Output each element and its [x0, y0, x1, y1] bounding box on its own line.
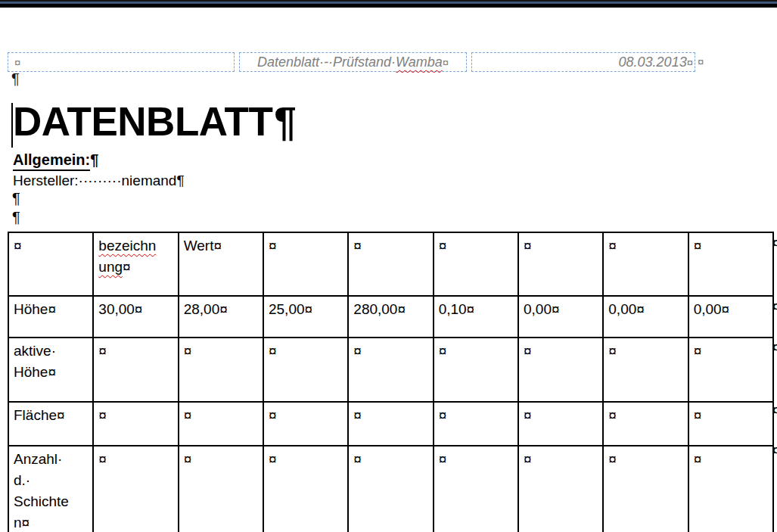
table-cell-header-row-2[interactable]: Wert¤: [179, 232, 263, 296]
table-cell-aktive-hoehe-row-1[interactable]: ¤: [93, 338, 178, 402]
table-cell-anzahl-schichten-row-3[interactable]: ¤: [263, 446, 348, 532]
table-cell-anzahl-schichten-row-5[interactable]: ¤: [434, 446, 518, 532]
table-cell-anzahl-schichten-row-7[interactable]: ¤: [603, 446, 688, 532]
paragraph-mark: ¶: [90, 151, 98, 168]
header-cell-title[interactable]: Datenblatt·-·Prüfstand·Wamba¤: [239, 52, 467, 72]
table-cell-hoehe-row-2[interactable]: 28,00¤: [179, 296, 263, 338]
cell-text-line: ¤: [269, 235, 344, 257]
paragraph-mark: ¶: [274, 99, 296, 144]
table-cell-hoehe-row-1[interactable]: 30,00¤: [93, 296, 178, 338]
table-cell-anzahl-schichten-row-0[interactable]: Anzahl·d.·Schichten¤: [8, 446, 93, 532]
cell-text-line: Wert¤: [184, 235, 260, 257]
cell-text-line: 0,00¤: [608, 299, 684, 320]
table-cell-flaeche-row-8[interactable]: ¤: [688, 402, 773, 446]
table-cell-header-row-4[interactable]: ¤: [348, 232, 433, 296]
cell-end-marker: ¤: [443, 56, 449, 69]
table-cell-aktive-hoehe-row-4[interactable]: ¤: [348, 338, 433, 402]
cell-text-line: n¤: [14, 512, 89, 532]
header-cell-left[interactable]: ¤: [8, 52, 235, 72]
table-cell-header-row-5[interactable]: ¤: [434, 232, 518, 296]
header-misspelled-word: Wamba: [396, 54, 443, 70]
section-heading[interactable]: Allgemein:¶: [13, 151, 98, 171]
cell-text-line: ¤: [608, 235, 684, 257]
space-marks: ·········: [79, 173, 122, 188]
table-cell-flaeche-row-3[interactable]: ¤: [263, 402, 348, 446]
header-row-end-marker: ¤: [698, 55, 704, 68]
table-cell-flaeche-row-2[interactable]: ¤: [179, 402, 263, 446]
section-heading-text: Allgemein:: [13, 151, 90, 171]
table-cell-anzahl-schichten-row-6[interactable]: ¤: [518, 446, 603, 532]
empty-paragraph[interactable]: ¶: [12, 209, 20, 226]
table-cell-flaeche-row-1[interactable]: ¤: [93, 402, 178, 446]
table-cell-hoehe-row-5[interactable]: 0,10¤: [434, 296, 518, 338]
table-cell-header-row-3[interactable]: ¤: [263, 232, 348, 296]
cell-text-line: ¤: [439, 449, 514, 470]
table-cell-hoehe-row-0[interactable]: Höhe¤: [8, 296, 93, 338]
cell-text-line: ¤: [269, 405, 344, 426]
cell-text-line: ¤: [98, 405, 174, 426]
table-cell-header-row-1[interactable]: bezeichnung¤: [93, 232, 178, 296]
table-cell-aktive-hoehe-row-3[interactable]: ¤: [263, 338, 348, 402]
table-cell-hoehe-row-8[interactable]: 0,00¤: [688, 296, 773, 338]
table-cell-aktive-hoehe-row-6[interactable]: ¤: [518, 338, 603, 402]
aktive-hoehe-row: aktive·Höhe¤¤¤¤¤¤¤¤¤: [8, 338, 773, 402]
cell-text-line: ¤: [98, 449, 174, 470]
cell-text-line: Höhe¤: [14, 299, 89, 320]
table-cell-aktive-hoehe-row-8[interactable]: ¤: [688, 338, 773, 402]
table-cell-aktive-hoehe-row-2[interactable]: ¤: [179, 338, 263, 402]
table-cell-header-row-8[interactable]: ¤: [688, 232, 773, 296]
document-title-text: DATENBLATT: [13, 99, 272, 144]
table-cell-header-row-0[interactable]: ¤: [8, 232, 93, 296]
table-cell-hoehe-row-4[interactable]: 280,00¤: [348, 296, 433, 338]
cell-text-line: ¤: [439, 341, 514, 362]
cell-text-line: ¤: [269, 341, 344, 362]
table-cell-hoehe-row-7[interactable]: 0,00¤: [603, 296, 688, 338]
table-cell-header-row-7[interactable]: ¤: [603, 232, 688, 296]
data-table: ¤bezeichnung¤Wert¤¤¤¤¤¤¤Höhe¤30,00¤28,00…: [8, 232, 774, 532]
header-date-text: 08.03.2013: [619, 54, 687, 70]
table-cell-aktive-hoehe-row-7[interactable]: ¤: [603, 338, 688, 402]
paragraph-mark[interactable]: ¶: [11, 70, 20, 88]
header-cell-date[interactable]: 08.03.2013¤: [471, 52, 695, 72]
cell-text-line: ¤: [184, 405, 260, 426]
table-cell-hoehe-row-6[interactable]: 0,00¤: [518, 296, 603, 338]
table-cell-anzahl-schichten-row-8[interactable]: ¤: [688, 446, 773, 532]
empty-paragraph[interactable]: ¶: [12, 190, 20, 207]
table-cell-aktive-hoehe-row-0[interactable]: aktive·Höhe¤: [8, 338, 93, 402]
hersteller-line[interactable]: Hersteller:·········niemand¶: [13, 172, 185, 189]
cell-text-line: ¤: [694, 235, 769, 257]
table-cell-flaeche-row-5[interactable]: ¤: [434, 402, 518, 446]
cell-text-line: ¤: [184, 341, 260, 362]
table-cell-flaeche-row-4[interactable]: ¤: [348, 402, 433, 446]
document-title[interactable]: DATENBLATT¶: [13, 97, 296, 147]
window-top-edge: [0, 0, 777, 8]
cell-text-line: d.·: [14, 470, 89, 491]
table-cell-anzahl-schichten-row-4[interactable]: ¤: [348, 446, 433, 532]
table-cell-hoehe-row-3[interactable]: 25,00¤: [263, 296, 348, 338]
header-row: ¤bezeichnung¤Wert¤¤¤¤¤¤¤: [8, 232, 773, 296]
table-cell-flaeche-row-7[interactable]: ¤: [603, 402, 688, 446]
cell-text-line: Schichte: [14, 491, 89, 512]
table-cell-flaeche-row-0[interactable]: Fläche¤: [8, 402, 93, 446]
table-cell-header-row-6[interactable]: ¤: [518, 232, 603, 296]
cell-end-marker: ¤: [123, 259, 131, 275]
cell-text-line: ¤: [353, 341, 429, 362]
flaeche-row: Fläche¤¤¤¤¤¤¤¤¤: [8, 402, 773, 446]
anzahl-schichten-row: Anzahl·d.·Schichten¤¤¤¤¤¤¤¤¤: [8, 446, 773, 532]
cell-text-line: Höhe¤: [14, 362, 89, 383]
table-cell-anzahl-schichten-row-1[interactable]: ¤: [93, 446, 178, 532]
cell-text-line: 28,00¤: [184, 299, 260, 320]
table-cell-flaeche-row-6[interactable]: ¤: [518, 402, 603, 446]
cell-text-line: ¤: [98, 341, 174, 362]
table-cell-aktive-hoehe-row-5[interactable]: ¤: [434, 338, 518, 402]
cell-text-line: ¤: [524, 405, 599, 426]
table-cell-anzahl-schichten-row-2[interactable]: ¤: [179, 446, 263, 532]
cell-end-marker: ¤: [14, 56, 20, 69]
table-row-end-marker: ¤: [772, 298, 777, 315]
cell-text-line: ¤: [608, 405, 684, 426]
paragraph-mark: ¶: [176, 173, 184, 188]
cell-text-line: ¤: [524, 235, 599, 257]
cell-text-line: ¤: [184, 449, 260, 470]
cell-text-line: 0,10¤: [439, 299, 514, 320]
table-row-end-marker: ¤: [772, 402, 777, 418]
